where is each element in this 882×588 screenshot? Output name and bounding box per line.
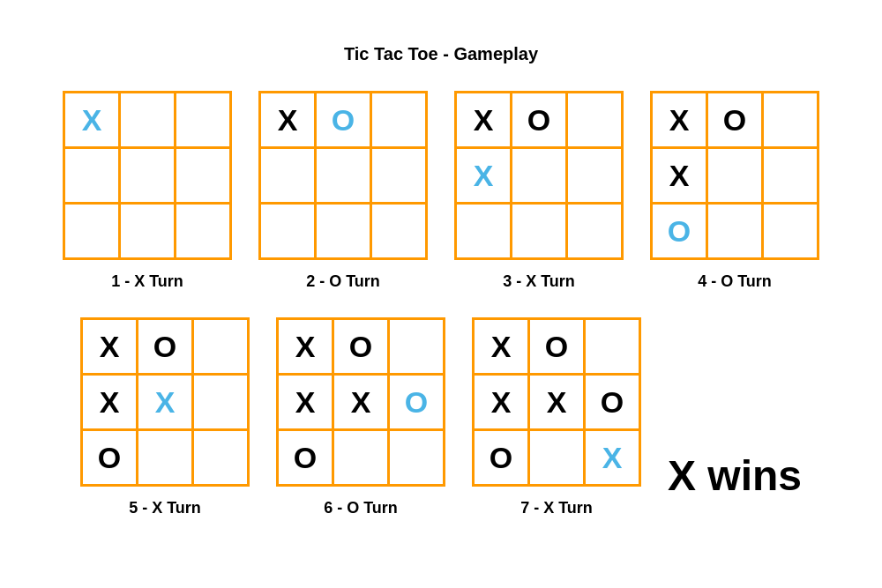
cell-3-1: O	[512, 93, 565, 146]
cell-5-3: X	[83, 376, 136, 428]
board-grid-4: XOXO	[650, 91, 819, 260]
cell-4-6: O	[653, 205, 706, 257]
cell-3-4	[512, 149, 565, 202]
board-3: XOX3 - X Turn	[454, 91, 624, 291]
cell-1-1	[121, 93, 174, 146]
cell-6-0: X	[279, 320, 332, 373]
cell-3-7	[512, 205, 565, 257]
cell-5-1: O	[138, 320, 191, 373]
board-grid-6: XOXXOO	[276, 317, 445, 487]
cell-2-8	[372, 205, 425, 257]
cell-7-6: O	[475, 431, 527, 484]
board-grid-1: X	[63, 91, 232, 260]
cell-3-0: X	[457, 93, 510, 146]
cell-1-2	[176, 93, 229, 146]
cell-5-5	[194, 376, 247, 428]
cell-3-5	[568, 149, 621, 202]
cell-1-6	[65, 205, 118, 257]
cell-4-0: X	[653, 93, 706, 146]
cell-4-8	[764, 205, 817, 257]
cell-7-3: X	[475, 376, 527, 428]
cell-1-5	[176, 149, 229, 202]
cell-1-7	[121, 205, 174, 257]
cell-5-7	[138, 431, 191, 484]
cell-6-4: X	[334, 376, 387, 428]
board-1: X1 - X Turn	[63, 91, 232, 291]
cell-4-2	[764, 93, 817, 146]
cell-2-0: X	[261, 93, 314, 146]
cell-6-3: X	[279, 376, 332, 428]
board-grid-5: XOXXO	[80, 317, 250, 487]
cell-2-4	[317, 149, 370, 202]
cell-4-3: X	[653, 149, 706, 202]
cell-6-2	[390, 320, 443, 373]
cell-6-5: O	[390, 376, 443, 428]
cell-5-6: O	[83, 431, 136, 484]
cell-5-4: X	[138, 376, 191, 428]
cell-3-3: X	[457, 149, 510, 202]
wins-text: X wins	[668, 451, 802, 517]
cell-2-6	[261, 205, 314, 257]
board-grid-7: XOXXOOX	[472, 317, 641, 487]
cell-3-8	[568, 205, 621, 257]
cell-7-5: O	[586, 376, 639, 428]
bottom-row: XOXXO5 - X TurnXOXXOO6 - O TurnXOXXOOX7 …	[80, 317, 802, 517]
cell-2-5	[372, 149, 425, 202]
cell-4-5	[764, 149, 817, 202]
cell-5-2	[194, 320, 247, 373]
board-label-6: 6 - O Turn	[324, 499, 398, 517]
cell-3-2	[568, 93, 621, 146]
board-label-2: 2 - O Turn	[306, 272, 380, 291]
cell-7-1: O	[530, 320, 583, 373]
board-7: XOXXOOX7 - X Turn	[472, 317, 641, 517]
board-label-4: 4 - O Turn	[698, 272, 772, 291]
cell-7-7	[530, 431, 583, 484]
cell-1-0: X	[65, 93, 118, 146]
cell-3-6	[457, 205, 510, 257]
board-label-1: 1 - X Turn	[111, 272, 183, 291]
board-grid-2: XO	[258, 91, 428, 260]
cell-4-1: O	[708, 93, 761, 146]
board-label-7: 7 - X Turn	[520, 499, 593, 517]
cell-7-0: X	[475, 320, 527, 373]
board-4: XOXO4 - O Turn	[650, 91, 819, 291]
board-grid-3: XOX	[454, 91, 624, 260]
cell-7-8: X	[586, 431, 639, 484]
cell-1-8	[176, 205, 229, 257]
cell-1-4	[121, 149, 174, 202]
board-label-5: 5 - X Turn	[129, 499, 201, 517]
board-6: XOXXOO6 - O Turn	[276, 317, 445, 517]
cell-4-4	[708, 149, 761, 202]
cell-2-1: O	[317, 93, 370, 146]
page-title: Tic Tac Toe - Gameplay	[344, 44, 538, 64]
cell-2-3	[261, 149, 314, 202]
cell-2-2	[372, 93, 425, 146]
cell-1-3	[65, 149, 118, 202]
board-5: XOXXO5 - X Turn	[80, 317, 250, 517]
cell-6-6: O	[279, 431, 332, 484]
cell-4-7	[708, 205, 761, 257]
cell-7-4: X	[530, 376, 583, 428]
cell-6-1: O	[334, 320, 387, 373]
cell-6-7	[334, 431, 387, 484]
cell-6-8	[390, 431, 443, 484]
cell-5-8	[194, 431, 247, 484]
cell-2-7	[317, 205, 370, 257]
board-2: XO2 - O Turn	[258, 91, 428, 291]
top-row: X1 - X TurnXO2 - O TurnXOX3 - X TurnXOXO…	[63, 91, 819, 291]
cell-7-2	[586, 320, 639, 373]
board-label-3: 3 - X Turn	[503, 272, 575, 291]
cell-5-0: X	[83, 320, 136, 373]
